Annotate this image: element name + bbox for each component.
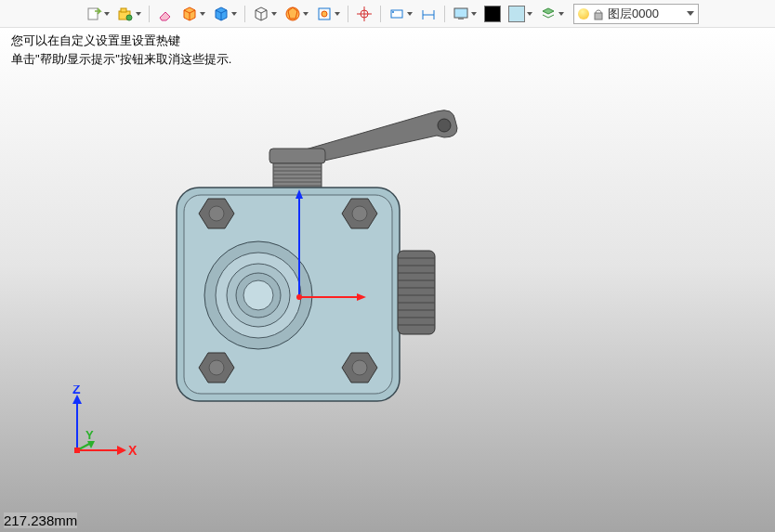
viewport-3d[interactable] [158, 74, 474, 418]
dodecahedron-button[interactable] [282, 6, 310, 22]
open-button[interactable] [115, 6, 143, 22]
cube-solid-button[interactable] [179, 6, 207, 22]
lock-icon [593, 7, 604, 20]
svg-point-57 [296, 294, 302, 300]
zoom-fit-button[interactable] [314, 6, 342, 22]
hint-line-2: 单击"帮助/显示提示"按钮来取消这些提示. [11, 50, 231, 69]
svg-marker-62 [117, 446, 126, 455]
svg-rect-17 [595, 13, 602, 19]
target-button[interactable] [354, 4, 374, 24]
layer-label: 图层0000 [608, 6, 683, 22]
svg-point-50 [352, 206, 367, 221]
color-blue-swatch[interactable] [506, 6, 534, 22]
svg-point-18 [438, 119, 451, 132]
axis-indicator: Z X Y [54, 385, 138, 469]
chevron-down-icon [687, 11, 694, 16]
svg-point-6 [322, 11, 327, 17]
svg-rect-2 [121, 8, 126, 12]
svg-rect-67 [74, 448, 80, 453]
status-measurement: 217.238mm [4, 513, 77, 528]
cube-wire-button[interactable] [251, 6, 279, 22]
bulb-icon [578, 8, 589, 19]
svg-point-49 [209, 206, 224, 221]
svg-text:Z: Z [72, 385, 81, 396]
svg-point-52 [352, 360, 367, 375]
svg-rect-16 [458, 18, 464, 19]
svg-text:Y: Y [85, 428, 94, 442]
monitor-button[interactable] [451, 6, 479, 22]
model-valve [158, 74, 474, 418]
svg-point-11 [392, 11, 394, 13]
hint-text: 您可以在自定义设置里设置热键 单击"帮助/显示提示"按钮来取消这些提示. [11, 32, 231, 68]
eraser-button[interactable] [155, 4, 176, 24]
export-button[interactable] [84, 6, 112, 22]
layers-toggle-button[interactable] [538, 6, 566, 22]
dimension-button[interactable] [418, 4, 439, 24]
svg-rect-0 [88, 8, 98, 19]
svg-rect-15 [454, 8, 467, 18]
svg-rect-19 [269, 149, 325, 163]
svg-point-3 [126, 15, 132, 20]
svg-text:X: X [128, 443, 138, 458]
svg-point-51 [209, 360, 224, 375]
main-toolbar: 图层0000 [0, 0, 775, 28]
svg-rect-29 [398, 251, 435, 334]
cube-shaded-button[interactable] [211, 6, 239, 22]
plane-button[interactable] [387, 6, 414, 22]
hint-line-1: 您可以在自定义设置里设置热键 [11, 32, 231, 50]
svg-point-44 [243, 280, 273, 310]
layer-selector[interactable]: 图层0000 [573, 4, 699, 24]
color-black-swatch[interactable] [482, 6, 503, 22]
